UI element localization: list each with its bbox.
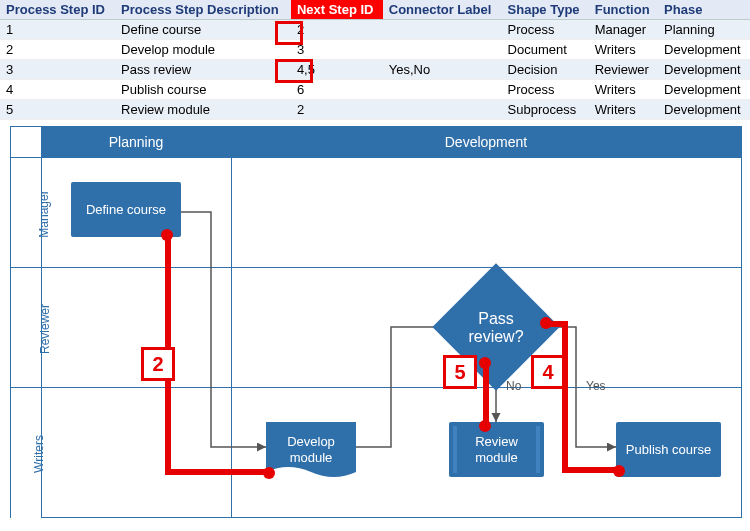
col-id: Process Step ID	[0, 0, 115, 20]
phase-planning: Planning	[41, 127, 231, 157]
node-publish-course: Publish course	[616, 422, 721, 477]
callout-dot	[263, 467, 275, 479]
callout-2: 2	[141, 347, 175, 381]
table-row: 3 Pass review 4,5 Yes,No Decision Review…	[0, 60, 750, 80]
node-develop-module: Develop module	[266, 422, 356, 477]
phase-development: Development	[231, 127, 741, 157]
callout-5: 5	[443, 355, 477, 389]
callout-4: 4	[531, 355, 565, 389]
table-row: 4 Publish course 6 Process Writers Devel…	[0, 80, 750, 100]
process-table: Process Step ID Process Step Description…	[0, 0, 750, 120]
table-row: 5 Review module 2 Subprocess Writers Dev…	[0, 100, 750, 120]
col-phase: Phase	[658, 0, 750, 20]
lane-reviewer: Reviewer	[11, 267, 41, 388]
lane-writers: Writers	[11, 387, 41, 518]
col-func: Function	[589, 0, 658, 20]
col-shape: Shape Type	[502, 0, 589, 20]
col-desc: Process Step Description	[115, 0, 291, 20]
edge-label-no: No	[506, 379, 521, 393]
col-conn: Connector Label	[383, 0, 502, 20]
callout-dot	[479, 420, 491, 432]
callout-dot	[613, 465, 625, 477]
table-row: 2 Develop module 3 Document Writers Deve…	[0, 40, 750, 60]
table-row: 1 Define course 2 Process Manager Planni…	[0, 20, 750, 40]
edge-label-yes: Yes	[586, 379, 606, 393]
swimlane-diagram: Planning Development Manager Reviewer Wr…	[10, 126, 742, 518]
lane-manager: Manager	[11, 157, 41, 268]
col-next: Next Step ID	[291, 0, 383, 20]
node-review-module: Review module	[449, 422, 544, 477]
